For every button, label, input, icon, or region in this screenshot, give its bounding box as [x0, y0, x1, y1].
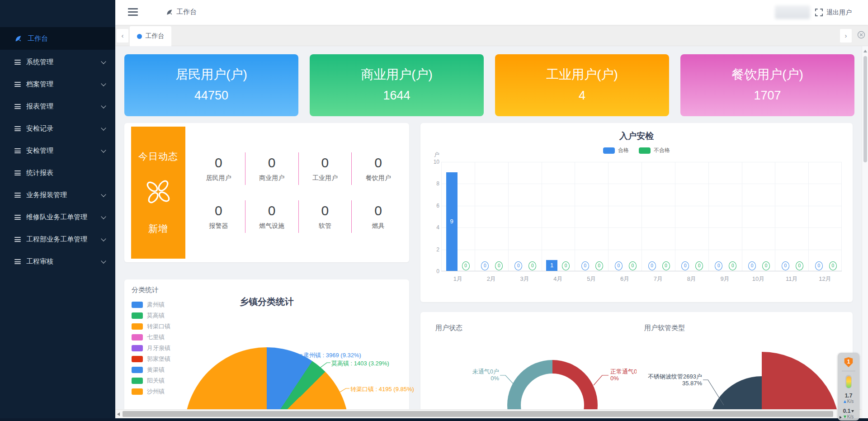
vertical-scrollbar[interactable]: [862, 46, 868, 421]
sidebar-item-4[interactable]: 安检记录: [0, 118, 115, 140]
township-legend-item-沙州镇[interactable]: 沙州镇: [132, 386, 170, 397]
legend-swatch: [132, 334, 143, 341]
township-panel-title: 分类统计: [132, 286, 159, 294]
bar-group-9月: 00: [708, 162, 742, 271]
today-stat-value: 0: [245, 203, 298, 218]
app-root: 工作台 系统管理档案管理报表管理安检记录安检管理统计报表业务报装管理维修队业务工…: [0, 0, 868, 421]
today-stat-cell: 0餐饮用户: [352, 152, 405, 185]
zero-value-label: 0: [528, 261, 536, 270]
stat-card-0[interactable]: 居民用户(户)44750: [124, 54, 298, 116]
township-legend: 肃州镇莫高镇转渠口镇七里镇月牙泉镇郭家堡镇黄渠镇阳关镇沙州镇: [132, 299, 170, 397]
collapse-icon[interactable]: [851, 410, 854, 412]
close-tabs-icon[interactable]: [857, 31, 865, 41]
widget-divider: [842, 371, 855, 371]
stat-card-1[interactable]: 商业用户(户)1644: [310, 54, 484, 116]
download-speed-unit: K/s: [844, 414, 854, 419]
logout-button[interactable]: 退出用户: [826, 9, 852, 17]
y-tick-label: 10: [424, 159, 439, 165]
today-stat-value: 0: [192, 155, 245, 170]
chevron-down-icon: [101, 103, 106, 108]
zero-value-label: 0: [562, 261, 570, 270]
sidebar-item-10[interactable]: 工程审核: [0, 251, 115, 273]
tab-workbench[interactable]: 工作台: [130, 26, 171, 46]
sidebar-item-2[interactable]: 档案管理: [0, 73, 115, 95]
township-legend-item-七里镇[interactable]: 七里镇: [132, 332, 170, 343]
menu-lines-icon: [14, 104, 21, 109]
taskbar-edge: [0, 418, 868, 421]
today-stat-cell: 0燃气设施: [245, 200, 299, 233]
leaf-icon: [14, 35, 22, 43]
y-axis-unit: 户: [424, 151, 439, 159]
x-tick-label: 8月: [675, 275, 708, 283]
chevron-down-icon: [101, 81, 106, 86]
download-speed-value: 0.1: [843, 408, 854, 414]
stat-card-3[interactable]: 餐饮用户(户)1707: [680, 54, 854, 116]
legend-swatch: [132, 345, 143, 351]
legend-item-合格[interactable]: 合格: [603, 147, 629, 154]
y-tick-label: 2: [424, 246, 439, 253]
today-stat-label: 软管: [299, 222, 352, 230]
sidebar-item-3[interactable]: 报表管理: [0, 95, 115, 118]
legend-item-不合格[interactable]: 不合格: [639, 147, 670, 154]
sidebar-item-1[interactable]: 系统管理: [0, 51, 115, 73]
sidebar-item-5[interactable]: 安检管理: [0, 140, 115, 162]
status-pill-icon[interactable]: [845, 375, 852, 388]
inspection-legend: 合格不合格: [420, 147, 853, 154]
x-tick-label: 4月: [542, 275, 575, 283]
sidebar-item-0[interactable]: 工作台: [0, 27, 115, 50]
stat-card-2[interactable]: 工业用户(户)4: [495, 54, 669, 116]
zero-value-label: 0: [715, 261, 722, 270]
township-legend-item-莫高镇[interactable]: 莫高镇: [132, 310, 170, 321]
fullscreen-icon[interactable]: [815, 9, 823, 18]
menu-lines-icon: [14, 170, 21, 175]
breadcrumb: 工作台: [166, 8, 197, 16]
today-stat-cell: 0燃具: [352, 200, 405, 233]
chevron-down-icon: [101, 258, 106, 263]
zero-value-label: 0: [481, 261, 489, 270]
stat-card-title: 居民用户(户): [124, 66, 298, 83]
hamburger-menu-icon[interactable]: [128, 8, 138, 16]
tabs-scroll-right-icon[interactable]: ›: [840, 29, 852, 43]
bar-group-10月: 00: [742, 162, 775, 271]
township-legend-item-黄渠镇[interactable]: 黄渠镇: [132, 364, 170, 375]
horizontal-scrollbar[interactable]: [115, 409, 868, 418]
expand-icon[interactable]: [840, 416, 842, 419]
legend-swatch: [132, 388, 143, 395]
stat-card-title: 商业用户(户): [310, 66, 484, 83]
township-legend-item-阳关镇[interactable]: 阳关镇: [132, 375, 170, 386]
sidebar-item-label: 工程部业务工单管理: [26, 235, 87, 244]
township-legend-item-郭家堡镇[interactable]: 郭家堡镇: [132, 354, 170, 364]
horizontal-scrollbar-thumb[interactable]: [123, 411, 833, 417]
menu-lines-icon: [14, 148, 21, 153]
scroll-up-arrow-icon[interactable]: [863, 50, 867, 52]
bar-group-6月: 00: [608, 162, 642, 271]
zero-value-label: 0: [829, 261, 837, 270]
today-stat-cell: 0软管: [299, 200, 352, 233]
scroll-left-arrow-icon[interactable]: [117, 412, 120, 416]
sidebar-item-6[interactable]: 统计报表: [0, 162, 115, 184]
security-shield-icon[interactable]: 1: [844, 357, 854, 367]
x-tick-label: 2月: [475, 275, 508, 283]
menu-lines-icon: [14, 193, 21, 198]
inspection-chart-panel: 入户安检 合格不合格 户 900000100000000000000000 1月…: [420, 123, 853, 302]
township-legend-item-转渠口镇[interactable]: 转渠口镇: [132, 321, 170, 332]
today-stat-cell: 0居民用户: [192, 152, 245, 185]
pie-slice-label: 转渠口镇 : 4195 (9.85%): [350, 385, 414, 393]
tabs-scroll-left-icon[interactable]: ‹: [117, 29, 128, 43]
net-speed-widget[interactable]: 1 1.7 K/s 0.1 K/s: [838, 353, 859, 421]
township-legend-item-月牙泉镇[interactable]: 月牙泉镇: [132, 343, 170, 354]
bar-value-label: 1: [546, 262, 557, 269]
zero-value-label: 0: [762, 261, 770, 270]
sidebar-item-label: 报表管理: [26, 102, 53, 111]
today-stat-label: 工业用户: [299, 174, 352, 182]
zero-value-label: 0: [748, 261, 756, 270]
user-status-title: 用户状态: [435, 324, 462, 332]
sidebar-item-8[interactable]: 维修队业务工单管理: [0, 206, 115, 228]
sidebar-item-9[interactable]: 工程部业务工单管理: [0, 228, 115, 251]
sidebar-item-7[interactable]: 业务报装管理: [0, 184, 115, 206]
y-tick-label: 0: [424, 268, 439, 274]
legend-label: 郭家堡镇: [147, 355, 170, 363]
zero-value-label: 0: [495, 261, 503, 270]
vertical-scrollbar-thumb[interactable]: [863, 56, 867, 162]
today-badge: 新增: [148, 222, 168, 235]
